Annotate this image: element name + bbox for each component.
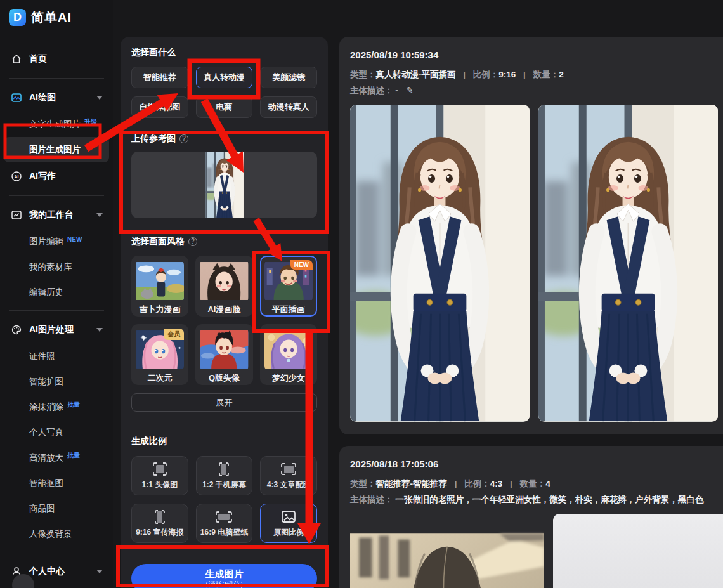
sidebar-item-erase[interactable]: 涂抹消除 批量 [0, 395, 113, 420]
style-anime-2d[interactable]: 会员 二次元 [131, 324, 188, 385]
sidebar-nav: 首页 AI绘图 文字生成图片 升级 图片生成图片 AI AI写作 我的工作台 图… [0, 45, 113, 585]
sidebar-item-ai-image-tools[interactable]: AI图片处理 [0, 316, 113, 344]
sidebar-item-hd-upscale[interactable]: 高清放大 批量 [0, 445, 113, 471]
generated-images [350, 105, 723, 422]
ai-writing-icon: AI [11, 171, 22, 182]
chevron-down-icon [96, 96, 103, 100]
question-icon[interactable]: ? [188, 237, 197, 246]
upload-title: 上传参考图 ? [131, 133, 317, 145]
style-title: 选择画面风格 ? [131, 236, 317, 247]
ratio-9-16[interactable]: 9:16 宣传海报 [131, 504, 188, 543]
option-beauty-filter[interactable]: 美颜滤镜 [260, 67, 317, 88]
ratio-square-icon [150, 461, 169, 478]
option-smart-recommend[interactable]: 智能推荐 [131, 67, 188, 88]
option-media-illustration[interactable]: 自媒体配图 [131, 96, 188, 118]
ratio-4-3[interactable]: 4:3 文章配图 [260, 456, 317, 495]
result-description: 主体描述： 一张做旧的老照片，一个年轻亚洲女性，微笑，朴实，麻花辫，户外背景，黑… [350, 494, 723, 506]
sidebar-item-label: 首页 [29, 53, 47, 65]
sidebar-item-product-image[interactable]: 商品图 [0, 496, 113, 521]
question-icon[interactable]: ? [179, 134, 188, 143]
generated-image[interactable] [553, 514, 723, 588]
chevron-down-icon [96, 328, 103, 332]
style-grid: 吉卜力漫画 AI漫画脸 [131, 256, 317, 385]
palette-icon [11, 324, 22, 336]
sidebar-item-home[interactable]: 首页 [0, 45, 113, 73]
style-q-avatar[interactable]: Q版头像 [195, 324, 252, 385]
workbench-icon [11, 209, 22, 221]
divider [9, 310, 104, 311]
style-thumbnail [264, 329, 313, 370]
brand-logo[interactable]: D 简单AI [0, 0, 113, 26]
sidebar-item-workbench[interactable]: 我的工作台 [0, 201, 113, 229]
divider [9, 195, 104, 196]
generated-image[interactable] [538, 105, 718, 422]
ratio-grid: 1:1 头像图 1:2 手机屏幕 4:3 文章配图 9:16 宣传海报 [131, 456, 317, 543]
logo-icon: D [9, 9, 26, 26]
style-ai-manga-face[interactable]: AI漫画脸 [195, 256, 252, 317]
style-thumbnail [200, 329, 248, 370]
upload-box[interactable] [131, 152, 317, 218]
style-thumbnail [136, 260, 184, 302]
ratio-original[interactable]: 原图比例 [260, 504, 317, 543]
original-ratio-image-icon [279, 509, 298, 525]
style-ghibli[interactable]: 吉卜力漫画 [131, 256, 188, 317]
divider [9, 552, 104, 552]
ratio-1-2[interactable]: 1:2 手机屏幕 [196, 456, 253, 495]
sidebar-item-portrait[interactable]: 个人写真 [0, 420, 113, 445]
ratio-1-1[interactable]: 1:1 头像图 [131, 456, 188, 495]
brand-name: 简单AI [31, 9, 72, 26]
option-real-to-anime[interactable]: 真人转动漫 [196, 67, 253, 88]
result-card: 2025/08/18 17:05:06 类型：智能推荐-智能推荐 | 比例：4:… [339, 446, 723, 588]
result-meta: 类型：真人转动漫-平面插画 | 比例：9:16 | 数量：2 [350, 69, 723, 81]
style-flat-illustration[interactable]: NEW 平面插画 [260, 256, 317, 317]
expand-button[interactable]: 展开 [131, 393, 317, 412]
sidebar-item-label: AI绘图 [29, 92, 56, 103]
generation-panel: 选择画什么 智能推荐 真人转动漫 美颜滤镜 自媒体配图 电商 动漫转真人 上传参… [120, 37, 328, 588]
chevron-down-icon [96, 213, 103, 217]
ratio-wide-icon [279, 461, 298, 478]
sidebar-item-edit-history[interactable]: 编辑历史 [0, 280, 113, 305]
result-description: 主体描述： - ✎ [350, 85, 723, 96]
option-anime-to-real[interactable]: 动漫转真人 [260, 96, 317, 118]
result-meta: 类型：智能推荐-智能推荐 | 比例：4:3 | 数量：4 [350, 478, 723, 490]
sidebar: D 简单AI 首页 AI绘图 文字生成图片 升级 图片生成图片 AI AI写作 … [0, 0, 113, 588]
result-card: 2025/08/19 10:59:34 类型：真人转动漫-平面插画 | 比例：9… [339, 37, 723, 434]
edit-pencil-icon[interactable]: ✎ [405, 86, 414, 95]
batch-badge: 批量 [67, 400, 80, 409]
batch-badge: 批量 [67, 451, 80, 460]
sidebar-item-image-edit[interactable]: 图片编辑 NEW [0, 229, 113, 254]
option-ecommerce[interactable]: 电商 [196, 96, 253, 118]
sidebar-item-bg-replace[interactable]: 人像换背景 [0, 521, 113, 547]
reference-image [205, 152, 244, 218]
generated-image[interactable] [350, 105, 530, 422]
sidebar-item-text-to-image[interactable]: 文字生成图片 升级 [0, 112, 113, 137]
ratio-tall-icon [150, 509, 169, 525]
result-timestamp: 2025/08/18 17:05:06 [350, 459, 723, 469]
sidebar-item-ai-draw[interactable]: AI绘图 [0, 84, 113, 112]
ratio-title: 生成比例 [131, 436, 317, 447]
sidebar-item-id-photo[interactable]: 证件照 [0, 344, 113, 369]
style-dreamy-girl[interactable]: 梦幻少女 [260, 324, 317, 385]
svg-text:AI: AI [15, 174, 19, 179]
sidebar-item-label: AI写作 [29, 171, 56, 182]
sidebar-item-image-to-image[interactable]: 图片生成图片 [4, 137, 109, 162]
sidebar-item-my-assets[interactable]: 我的素材库 [0, 254, 113, 280]
new-badge: NEW [67, 236, 82, 243]
vip-badge: 会员 [164, 329, 184, 340]
generated-image[interactable] [350, 514, 544, 588]
sidebar-item-smart-cutout[interactable]: 智能抠图 [0, 471, 113, 496]
sidebar-item-smart-expand[interactable]: 智能扩图 [0, 369, 113, 395]
new-badge: NEW [290, 260, 313, 270]
ratio-tall-icon [214, 461, 233, 478]
sidebar-item-ai-writing[interactable]: AI AI写作 [0, 162, 113, 190]
ratio-wide-icon [214, 509, 233, 525]
draw-options: 智能推荐 真人转动漫 美颜滤镜 自媒体配图 电商 动漫转真人 [131, 67, 317, 118]
ratio-16-9[interactable]: 16:9 电脑壁纸 [196, 504, 253, 543]
upgrade-badge: 升级 [84, 117, 97, 126]
style-thumbnail [200, 260, 248, 302]
sidebar-item-label: 个人中心 [29, 566, 65, 577]
home-icon [11, 53, 22, 65]
divider [9, 78, 104, 79]
generate-button[interactable]: 生成图片 （消耗2积分） [131, 564, 317, 588]
chevron-down-icon [96, 570, 103, 573]
